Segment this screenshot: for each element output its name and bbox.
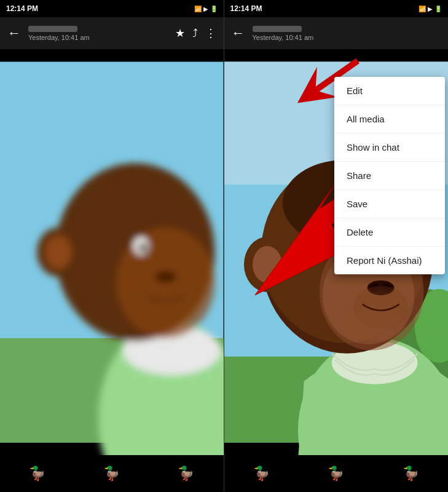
left-contact-name	[28, 26, 77, 32]
left-image	[0, 49, 224, 455]
right-bottom-icon-3[interactable]: 🦆	[403, 466, 419, 482]
left-bottom-icon-2[interactable]: 🦆	[103, 466, 120, 482]
right-status-bar: 12:14 PM 📶 ▶ 🔋	[224, 0, 449, 17]
right-bottom-icon-1[interactable]: 🦆	[253, 466, 270, 482]
left-share-icon[interactable]: ⤴	[190, 25, 200, 42]
svg-point-33	[344, 311, 405, 341]
context-menu: Edit All media Show in chat Share Save D…	[334, 77, 445, 274]
svg-point-7	[45, 235, 72, 269]
left-header: ← Yesterday, 10:41 am ★ ⤴ ⋮	[0, 17, 224, 49]
left-header-info: Yesterday, 10:41 am	[28, 26, 168, 41]
right-contact-name	[253, 26, 302, 32]
left-status-icons: 📶 ▶ 🔋	[194, 6, 218, 12]
right-battery-icon: 🔋	[434, 6, 442, 12]
left-bottom-icon-1[interactable]: 🦆	[29, 466, 45, 482]
left-time: 12:14 PM	[6, 4, 38, 13]
left-back-button[interactable]: ←	[5, 23, 23, 44]
menu-item-delete[interactable]: Delete	[334, 218, 445, 247]
signal-icon: 📶	[194, 6, 202, 12]
right-image-area: Edit All media Show in chat Share Save D…	[224, 49, 449, 455]
left-status-bar: 12:14 PM 📶 ▶ 🔋	[0, 0, 224, 17]
menu-item-edit[interactable]: Edit	[334, 77, 445, 105]
right-header-info: Yesterday, 10:41 am	[253, 26, 444, 41]
left-bottom-icon-3[interactable]: 🦆	[178, 466, 194, 482]
left-panel: 12:14 PM 📶 ▶ 🔋 ← Yesterday, 10:41 am ★ ⤴…	[0, 0, 224, 492]
svg-point-9	[138, 242, 147, 252]
menu-item-save[interactable]: Save	[334, 190, 445, 218]
battery-icon: 🔋	[210, 6, 218, 12]
left-bottom-bar: 🦆 🦆 🦆	[0, 455, 224, 492]
left-header-actions: ★ ⤴ ⋮	[173, 24, 219, 42]
menu-item-show-in-chat[interactable]: Show in chat	[334, 133, 445, 162]
left-timestamp: Yesterday, 10:41 am	[28, 34, 168, 41]
menu-item-all-media[interactable]: All media	[334, 105, 445, 133]
svg-point-10	[155, 271, 177, 283]
left-image-area	[0, 49, 224, 455]
wifi-icon: ▶	[203, 6, 208, 12]
right-wifi-icon: ▶	[428, 6, 433, 12]
right-time: 12:14 PM	[230, 4, 262, 13]
right-status-icons: 📶 ▶ 🔋	[419, 6, 442, 12]
menu-item-report[interactable]: Report Ni (Asshai)	[334, 247, 445, 274]
right-panel: 12:14 PM 📶 ▶ 🔋 ← Yesterday, 10:41 am	[224, 0, 449, 492]
right-bottom-icon-2[interactable]: 🦆	[328, 466, 344, 482]
right-timestamp: Yesterday, 10:41 am	[253, 34, 444, 41]
right-header: ← Yesterday, 10:41 am	[224, 17, 449, 49]
left-more-icon[interactable]: ⋮	[203, 24, 219, 42]
menu-item-share[interactable]: Share	[334, 162, 445, 190]
right-back-button[interactable]: ←	[229, 23, 248, 44]
left-star-icon[interactable]: ★	[173, 24, 187, 42]
right-signal-icon: 📶	[419, 6, 426, 12]
right-bottom-bar: 🦆 🦆 🦆	[224, 455, 449, 492]
